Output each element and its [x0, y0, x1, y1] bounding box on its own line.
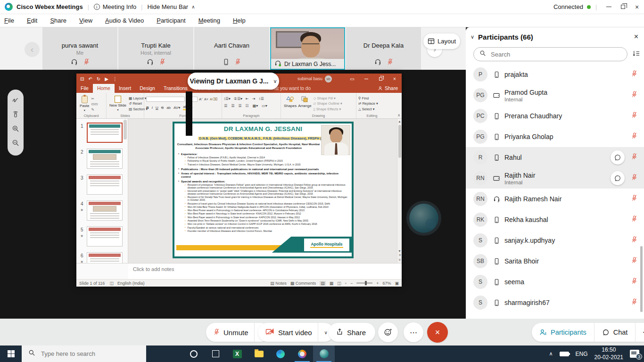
leave-meeting-button[interactable]: ×: [427, 322, 448, 343]
layout-button[interactable]: Layout: [423, 33, 460, 49]
align-center-icon[interactable]: ☰: [231, 104, 234, 108]
participant-row[interactable]: Pprajakta: [466, 64, 644, 85]
italic-button[interactable]: I: [152, 106, 153, 110]
bold-button[interactable]: B: [146, 106, 149, 110]
video-thumbnail[interactable]: Trupti KaleHost, internal: [118, 27, 193, 70]
align-left-icon[interactable]: ☰: [224, 104, 227, 108]
ribbon-display-icon[interactable]: ▭: [345, 74, 359, 84]
undo-icon[interactable]: ↶: [88, 76, 92, 82]
participant-row[interactable]: RRahul: [466, 147, 644, 168]
tab-file[interactable]: File: [76, 84, 93, 93]
scroll-down-icon[interactable]: ▼: [398, 249, 401, 253]
paste-button[interactable]: Paste▾: [80, 96, 89, 112]
participant-row[interactable]: SBSarita Bhoir: [466, 251, 644, 272]
slide-thumbnail-row[interactable]: 4★: [76, 200, 128, 222]
chat-toggle-button[interactable]: Chat: [594, 323, 636, 342]
clear-format-icon[interactable]: A⌫: [210, 97, 218, 101]
participant-row[interactable]: RNRajith Ramesh Nair: [466, 189, 644, 209]
select-button[interactable]: △ Select ▾: [358, 107, 375, 111]
shrink-font-icon[interactable]: A˅: [204, 98, 208, 101]
slideshow-view-icon[interactable]: ▫: [345, 281, 347, 286]
restore-button[interactable]: [616, 0, 630, 14]
annotate-pen-icon[interactable]: [12, 97, 19, 105]
search-input[interactable]: [490, 50, 621, 58]
columns-icon[interactable]: ▦▾: [253, 104, 258, 108]
language-indicator[interactable]: ENG: [576, 351, 588, 357]
zoom-slider[interactable]: [356, 282, 372, 284]
align-right-icon[interactable]: ☰: [238, 104, 241, 108]
slide-thumbnail[interactable]: [87, 174, 123, 195]
zoom-out-icon[interactable]: [12, 139, 19, 148]
video-thumbnail[interactable]: Aarti Chavan: [194, 27, 269, 70]
find-button[interactable]: ⚲ Find: [358, 96, 369, 100]
menu-item-file[interactable]: File: [4, 17, 14, 24]
reset-button[interactable]: ↺ Reset: [129, 101, 142, 106]
participants-toggle-button[interactable]: Participants: [532, 323, 594, 342]
viewing-indicator[interactable]: Viewing Dr Laxman G J...∨: [188, 73, 279, 90]
new-slide-button[interactable]: New Slide▾: [109, 96, 126, 111]
start-presentation-icon[interactable]: ▶: [105, 76, 108, 82]
tab-home[interactable]: Home: [93, 84, 115, 93]
zoom-in-icon[interactable]: [12, 125, 19, 134]
taskbar-search-input[interactable]: [40, 350, 134, 358]
arrange-button[interactable]: Arrange: [298, 96, 311, 108]
slide-thumbnail[interactable]: [87, 226, 123, 247]
shapes-button[interactable]: Shapes: [284, 96, 297, 108]
menu-item-view[interactable]: View: [79, 17, 92, 24]
file-explorer-taskbar-icon[interactable]: [248, 346, 270, 362]
numbering-button[interactable]: ①☰▾: [234, 97, 242, 101]
layout-menu[interactable]: ▦ Layout ▾: [129, 96, 147, 100]
participant-row[interactable]: PGPramod GuptaInternal: [466, 85, 644, 106]
reactions-button[interactable]: [378, 322, 398, 342]
shape-outline-menu[interactable]: ▱ Shape Outline ▾: [314, 101, 342, 106]
hide-menu-bar-button[interactable]: Hide Menu Bar ∧: [147, 3, 195, 10]
webex-taskbar-icon[interactable]: [313, 346, 335, 362]
slide-thumbnail-row[interactable]: 3: [76, 174, 128, 197]
video-thumbnail[interactable]: purva sawantMe: [42, 27, 117, 70]
task-view-taskbar-icon[interactable]: [205, 346, 226, 362]
action-center-icon[interactable]: 3: [630, 350, 639, 358]
more-panels-button[interactable]: ⋯: [636, 323, 644, 342]
participants-scrollbar[interactable]: [640, 246, 643, 312]
fit-slide-icon[interactable]: ▣: [395, 281, 399, 286]
ppt-restore-button[interactable]: [373, 74, 388, 84]
panel-collapse-icon[interactable]: ∨: [471, 34, 474, 40]
participants-search[interactable]: [473, 47, 627, 61]
participant-row[interactable]: PGPriyanka Gholap: [466, 126, 644, 147]
menu-item-help[interactable]: Help: [233, 17, 246, 24]
slide-thumbnail-row[interactable]: 2: [76, 148, 128, 171]
quick-access-toolbar[interactable]: ⊟ ↶ ↻ ▶ ⋮: [80, 76, 117, 82]
collapse-ribbon-icon[interactable]: ∧: [397, 113, 400, 117]
slide-thumbnail-row[interactable]: 6★: [76, 252, 128, 263]
shape-effects-menu[interactable]: ▯ Shape Effects ▾: [314, 107, 341, 111]
taskbar-search[interactable]: [22, 346, 146, 362]
justify-icon[interactable]: ☷: [246, 104, 249, 108]
grow-font-icon[interactable]: Aˇ: [199, 97, 203, 101]
close-button[interactable]: ×: [630, 0, 644, 14]
notes-pane[interactable]: Click to add notes: [128, 263, 402, 279]
panel-close-icon[interactable]: ×: [634, 33, 638, 41]
notes-toggle[interactable]: ▤ Notes: [270, 281, 287, 286]
menu-item-participant[interactable]: Participant: [157, 17, 185, 24]
spellcheck-icon[interactable]: ◫: [109, 281, 114, 286]
zoom-out-button[interactable]: −: [350, 281, 353, 286]
share-button[interactable]: Share: [329, 323, 375, 342]
minimize-button[interactable]: [602, 0, 616, 14]
slide-scrollbar[interactable]: ▲ ▼ » »: [397, 119, 402, 263]
menu-item-meeting[interactable]: Meeting: [198, 17, 220, 24]
slide-thumbnail[interactable]: [87, 252, 123, 263]
chat-bubble-button[interactable]: [611, 150, 625, 165]
strikethrough-button[interactable]: S: [161, 106, 164, 110]
filmstrip-prev-button[interactable]: ‹: [25, 42, 40, 57]
save-icon[interactable]: ⊟: [80, 76, 84, 82]
indent-decrease-icon[interactable]: ⇤: [246, 97, 249, 101]
meeting-info-button[interactable]: i Meeting Info: [94, 3, 137, 10]
scrollbar-thumb[interactable]: [398, 125, 401, 158]
slide-thumbnail[interactable]: [87, 200, 123, 221]
cortana-taskbar-icon[interactable]: [183, 346, 205, 362]
ppt-close-button[interactable]: ×: [388, 74, 402, 84]
tab-insert[interactable]: Insert: [115, 84, 135, 93]
menu-item-share[interactable]: Share: [50, 17, 66, 24]
text-direction-icon[interactable]: ▭▾: [262, 104, 267, 108]
menu-item-audio-video[interactable]: Audio & Video: [105, 17, 144, 24]
